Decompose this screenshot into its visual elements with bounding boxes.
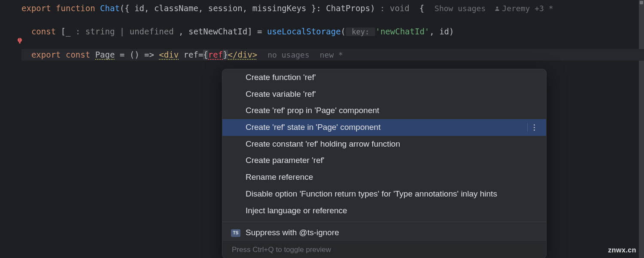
intention-item-create-parameter[interactable]: Create parameter 'ref'	[222, 152, 546, 169]
string-literal: 'newChatId'	[375, 27, 429, 36]
arrow: = () =>	[115, 50, 159, 59]
keyword-const-2: const	[66, 50, 90, 59]
code-line-1[interactable]: export function Chat({ id, className, se…	[21, 3, 644, 14]
intention-item-create-function[interactable]: Create function 'ref'	[222, 69, 546, 86]
return-type-hint: : void	[375, 3, 415, 13]
destruct-rest: , setNewChatId] =	[179, 27, 267, 36]
separator	[222, 221, 546, 222]
more-options-icon[interactable]	[527, 123, 536, 132]
paren-open: (	[341, 27, 346, 36]
item-label: Create 'ref' prop in 'Page' component	[246, 105, 379, 116]
svg-rect-2	[19, 42, 21, 43]
item-label: Disable option 'Function return types' f…	[246, 189, 497, 200]
blank-line[interactable]	[21, 14, 644, 26]
typescript-icon: TS	[231, 229, 240, 237]
param-hint: key:	[346, 28, 375, 36]
params: ({ id, className, session, missingKeys }…	[120, 3, 326, 13]
person-icon	[494, 6, 500, 12]
intention-item-create-prop[interactable]: Create 'ref' prop in 'Page' component	[222, 102, 546, 119]
paren-close: )	[370, 3, 375, 13]
item-label: Create variable 'ref'	[246, 89, 316, 100]
call-tail: , id)	[429, 27, 454, 36]
type: ChatProps	[326, 3, 370, 13]
jsx-open-tag: <div	[159, 50, 179, 59]
identifier-page: Page	[95, 50, 115, 59]
intention-item-create-state[interactable]: Create 'ref' state in 'Page' component	[222, 119, 546, 136]
show-usages-link[interactable]: Show usages	[434, 4, 486, 13]
type-hint: : string | undefined	[76, 27, 179, 36]
brace: {	[414, 3, 424, 13]
intention-item-suppress-ts[interactable]: TS Suppress with @ts-ignore	[222, 224, 546, 241]
intention-item-rename[interactable]: Rename reference	[222, 169, 546, 186]
equals: =	[198, 50, 203, 59]
blank-line-2[interactable]	[21, 37, 644, 49]
no-usages-hint[interactable]: no usages	[267, 50, 310, 59]
item-label: Create function 'ref'	[246, 72, 316, 83]
intention-item-disable-hints[interactable]: Disable option 'Function return types' f…	[222, 186, 546, 203]
code-line-2[interactable]: const [_ : string | undefined , setNewCh…	[21, 26, 644, 37]
vcs-status[interactable]: new *	[320, 50, 343, 59]
svg-text:!: !	[19, 38, 21, 42]
jsx-attr: ref	[179, 50, 198, 59]
intention-item-create-constant[interactable]: Create constant 'ref' holding arrow func…	[222, 136, 546, 153]
brace-open: {	[203, 50, 208, 59]
destruct: [_	[56, 27, 76, 36]
call-name: useLocalStorage	[267, 27, 341, 36]
item-label: Create 'ref' state in 'Page' component	[246, 122, 380, 133]
keyword-export: export	[21, 3, 51, 13]
brace-close: }	[223, 50, 228, 59]
intention-item-create-variable[interactable]: Create variable 'ref'	[222, 86, 546, 103]
svg-point-0	[496, 6, 498, 9]
item-label: Rename reference	[246, 172, 313, 183]
item-label: Suppress with @ts-ignore	[246, 227, 339, 238]
intention-actions-popup: Create function 'ref' Create variable 'r…	[222, 69, 547, 258]
author-text: Jeremy +3 *	[502, 4, 553, 13]
watermark: znwx.cn	[608, 246, 636, 254]
item-label: Inject language or reference	[246, 206, 347, 216]
code-line-3[interactable]: export const Page = () => <div ref={ref}…	[21, 49, 644, 61]
function-name: Chat	[100, 3, 120, 13]
item-label: Create constant 'ref' holding arrow func…	[246, 139, 400, 150]
intention-item-inject[interactable]: Inject language or reference	[222, 203, 546, 219]
popup-footer-hint: Press Ctrl+Q to toggle preview	[222, 241, 546, 258]
author-annotation[interactable]: Jeremy +3 *	[494, 4, 553, 13]
ref-error: ref	[208, 50, 223, 59]
item-label: Create parameter 'ref'	[246, 155, 325, 166]
keyword-const: const	[31, 27, 56, 36]
keyword-export-2: export	[31, 50, 61, 59]
gutter	[0, 0, 4, 258]
intention-bulb-icon[interactable]: !	[16, 37, 23, 44]
jsx-close-tag: </div>	[228, 50, 258, 59]
keyword-function: function	[56, 3, 95, 13]
